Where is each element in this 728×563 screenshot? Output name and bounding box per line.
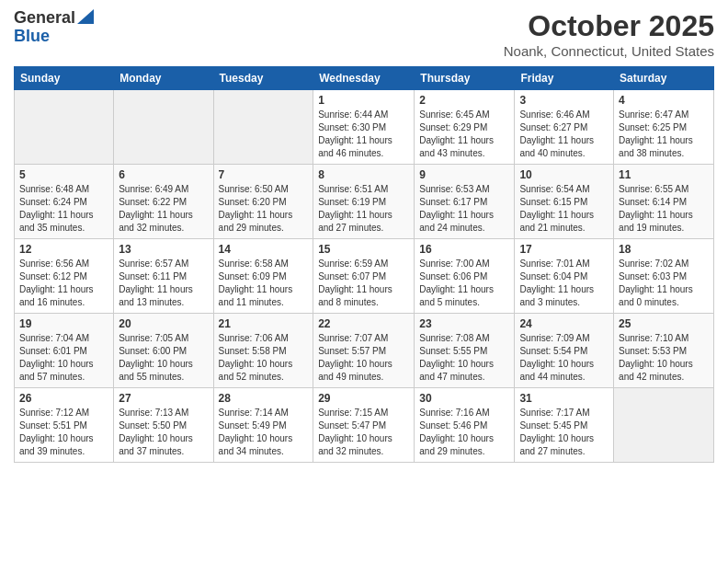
day-number: 28 xyxy=(219,392,309,405)
calendar-cell: 25Sunrise: 7:10 AMSunset: 5:53 PMDayligh… xyxy=(614,314,714,388)
day-info: Sunrise: 6:46 AMSunset: 6:27 PMDaylight:… xyxy=(519,109,609,160)
calendar-cell: 7Sunrise: 6:50 AMSunset: 6:20 PMDaylight… xyxy=(213,165,313,239)
day-header-sunday: Sunday xyxy=(15,67,114,90)
calendar-cell: 22Sunrise: 7:07 AMSunset: 5:57 PMDayligh… xyxy=(313,314,415,388)
calendar-cell: 23Sunrise: 7:08 AMSunset: 5:55 PMDayligh… xyxy=(415,314,515,388)
day-info: Sunrise: 7:10 AMSunset: 5:53 PMDaylight:… xyxy=(619,332,709,384)
day-number: 31 xyxy=(519,392,609,405)
month-title: October 2025 xyxy=(504,9,714,43)
day-number: 3 xyxy=(519,94,609,107)
location: Noank, Connecticut, United States xyxy=(504,43,714,59)
calendar-cell: 28Sunrise: 7:14 AMSunset: 5:49 PMDayligh… xyxy=(213,388,313,463)
calendar-cell: 12Sunrise: 6:56 AMSunset: 6:12 PMDayligh… xyxy=(15,239,114,314)
day-info: Sunrise: 6:58 AMSunset: 6:09 PMDaylight:… xyxy=(219,258,309,309)
day-info: Sunrise: 7:07 AMSunset: 5:57 PMDaylight:… xyxy=(318,332,409,384)
day-number: 6 xyxy=(119,168,208,181)
day-info: Sunrise: 7:02 AMSunset: 6:03 PMDaylight:… xyxy=(619,258,709,309)
calendar-week-row: 19Sunrise: 7:04 AMSunset: 6:01 PMDayligh… xyxy=(15,314,714,388)
day-number: 19 xyxy=(19,317,108,330)
calendar-cell: 2Sunrise: 6:45 AMSunset: 6:29 PMDaylight… xyxy=(415,90,515,165)
calendar-cell: 15Sunrise: 6:59 AMSunset: 6:07 PMDayligh… xyxy=(313,239,415,314)
day-info: Sunrise: 6:55 AMSunset: 6:14 PMDaylight:… xyxy=(619,183,709,235)
day-info: Sunrise: 7:15 AMSunset: 5:47 PMDaylight:… xyxy=(318,407,409,458)
calendar-cell: 8Sunrise: 6:51 AMSunset: 6:19 PMDaylight… xyxy=(313,165,415,239)
day-number: 18 xyxy=(619,243,709,256)
calendar-cell: 20Sunrise: 7:05 AMSunset: 6:00 PMDayligh… xyxy=(114,314,213,388)
day-info: Sunrise: 6:53 AMSunset: 6:17 PMDaylight:… xyxy=(419,183,509,235)
calendar-cell: 17Sunrise: 7:01 AMSunset: 6:04 PMDayligh… xyxy=(515,239,614,314)
day-info: Sunrise: 7:01 AMSunset: 6:04 PMDaylight:… xyxy=(519,258,609,309)
day-number: 11 xyxy=(619,168,709,181)
calendar-cell: 9Sunrise: 6:53 AMSunset: 6:17 PMDaylight… xyxy=(415,165,515,239)
day-number: 15 xyxy=(318,243,409,256)
day-info: Sunrise: 7:00 AMSunset: 6:06 PMDaylight:… xyxy=(419,258,509,309)
calendar-cell: 19Sunrise: 7:04 AMSunset: 6:01 PMDayligh… xyxy=(15,314,114,388)
calendar-cell: 5Sunrise: 6:48 AMSunset: 6:24 PMDaylight… xyxy=(15,165,114,239)
day-info: Sunrise: 6:59 AMSunset: 6:07 PMDaylight:… xyxy=(318,258,409,309)
day-number: 1 xyxy=(318,94,409,107)
calendar-cell: 11Sunrise: 6:55 AMSunset: 6:14 PMDayligh… xyxy=(614,165,714,239)
calendar-cell: 1Sunrise: 6:44 AMSunset: 6:30 PMDaylight… xyxy=(313,90,415,165)
calendar-header-row: SundayMondayTuesdayWednesdayThursdayFrid… xyxy=(15,67,714,90)
logo-icon xyxy=(77,9,94,24)
calendar-cell xyxy=(15,90,114,165)
calendar-cell: 18Sunrise: 7:02 AMSunset: 6:03 PMDayligh… xyxy=(614,239,714,314)
calendar-cell: 24Sunrise: 7:09 AMSunset: 5:54 PMDayligh… xyxy=(515,314,614,388)
calendar-cell xyxy=(114,90,213,165)
day-header-friday: Friday xyxy=(515,67,614,90)
svg-marker-0 xyxy=(77,9,94,24)
day-number: 17 xyxy=(519,243,609,256)
day-number: 24 xyxy=(519,317,609,330)
day-number: 16 xyxy=(419,243,509,256)
day-info: Sunrise: 7:08 AMSunset: 5:55 PMDaylight:… xyxy=(419,332,509,384)
day-info: Sunrise: 6:44 AMSunset: 6:30 PMDaylight:… xyxy=(318,109,409,160)
day-header-saturday: Saturday xyxy=(614,67,714,90)
day-number: 9 xyxy=(419,168,509,181)
day-number: 13 xyxy=(119,243,208,256)
calendar-week-row: 26Sunrise: 7:12 AMSunset: 5:51 PMDayligh… xyxy=(15,388,714,463)
calendar-week-row: 12Sunrise: 6:56 AMSunset: 6:12 PMDayligh… xyxy=(15,239,714,314)
logo-blue-text: Blue xyxy=(14,28,50,46)
title-block: October 2025 Noank, Connecticut, United … xyxy=(504,9,714,59)
day-number: 2 xyxy=(419,94,509,107)
calendar-cell: 31Sunrise: 7:17 AMSunset: 5:45 PMDayligh… xyxy=(515,388,614,463)
calendar-cell: 6Sunrise: 6:49 AMSunset: 6:22 PMDaylight… xyxy=(114,165,213,239)
day-info: Sunrise: 6:57 AMSunset: 6:11 PMDaylight:… xyxy=(119,258,208,309)
calendar-cell: 16Sunrise: 7:00 AMSunset: 6:06 PMDayligh… xyxy=(415,239,515,314)
day-info: Sunrise: 7:05 AMSunset: 6:00 PMDaylight:… xyxy=(119,332,208,384)
day-header-wednesday: Wednesday xyxy=(313,67,415,90)
day-number: 7 xyxy=(219,168,309,181)
day-number: 26 xyxy=(19,392,108,405)
calendar-cell: 21Sunrise: 7:06 AMSunset: 5:58 PMDayligh… xyxy=(213,314,313,388)
day-header-thursday: Thursday xyxy=(415,67,515,90)
calendar-cell xyxy=(213,90,313,165)
calendar-cell: 10Sunrise: 6:54 AMSunset: 6:15 PMDayligh… xyxy=(515,165,614,239)
day-header-tuesday: Tuesday xyxy=(213,67,313,90)
day-number: 5 xyxy=(19,168,108,181)
day-info: Sunrise: 7:17 AMSunset: 5:45 PMDaylight:… xyxy=(519,407,609,458)
day-number: 22 xyxy=(318,317,409,330)
day-header-monday: Monday xyxy=(114,67,213,90)
day-number: 27 xyxy=(119,392,208,405)
day-number: 4 xyxy=(619,94,709,107)
day-info: Sunrise: 7:09 AMSunset: 5:54 PMDaylight:… xyxy=(519,332,609,384)
day-number: 8 xyxy=(318,168,409,181)
calendar-cell: 29Sunrise: 7:15 AMSunset: 5:47 PMDayligh… xyxy=(313,388,415,463)
day-number: 20 xyxy=(119,317,208,330)
day-info: Sunrise: 6:54 AMSunset: 6:15 PMDaylight:… xyxy=(519,183,609,235)
day-number: 23 xyxy=(419,317,509,330)
header: General Blue October 2025 Noank, Connect… xyxy=(14,9,714,59)
calendar-week-row: 1Sunrise: 6:44 AMSunset: 6:30 PMDaylight… xyxy=(15,90,714,165)
day-number: 14 xyxy=(219,243,309,256)
day-info: Sunrise: 6:45 AMSunset: 6:29 PMDaylight:… xyxy=(419,109,509,160)
day-info: Sunrise: 6:49 AMSunset: 6:22 PMDaylight:… xyxy=(119,183,208,235)
day-info: Sunrise: 6:51 AMSunset: 6:19 PMDaylight:… xyxy=(318,183,409,235)
calendar-cell: 30Sunrise: 7:16 AMSunset: 5:46 PMDayligh… xyxy=(415,388,515,463)
calendar-cell: 13Sunrise: 6:57 AMSunset: 6:11 PMDayligh… xyxy=(114,239,213,314)
day-number: 30 xyxy=(419,392,509,405)
calendar-cell: 27Sunrise: 7:13 AMSunset: 5:50 PMDayligh… xyxy=(114,388,213,463)
day-info: Sunrise: 7:13 AMSunset: 5:50 PMDaylight:… xyxy=(119,407,208,458)
day-info: Sunrise: 6:56 AMSunset: 6:12 PMDaylight:… xyxy=(19,258,108,309)
day-number: 25 xyxy=(619,317,709,330)
page-container: General Blue October 2025 Noank, Connect… xyxy=(0,0,728,477)
